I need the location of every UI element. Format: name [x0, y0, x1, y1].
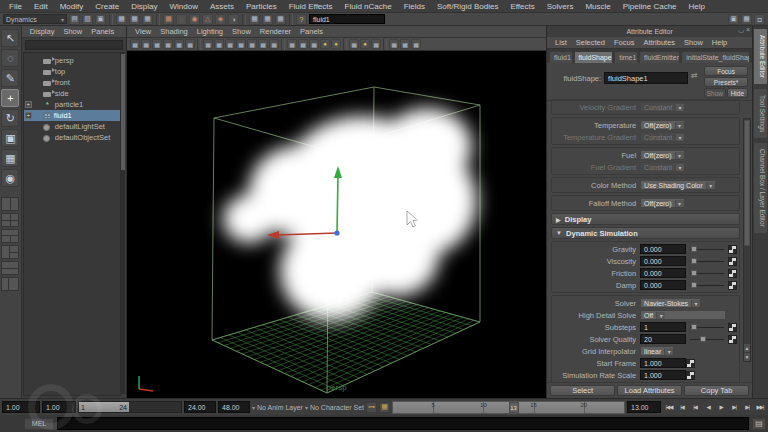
highlight-selection-icon[interactable]: ?	[296, 14, 307, 25]
dropdown-solver[interactable]: Navier-Stokes▾	[640, 298, 701, 308]
shaded-mode-icon[interactable]: ▦	[298, 39, 308, 49]
menu-help[interactable]: Help	[684, 1, 710, 12]
menu-modify[interactable]: Modify	[55, 1, 89, 12]
rotate-tool[interactable]: ↻	[1, 109, 19, 127]
value-field-friction[interactable]: 0.000	[640, 268, 686, 278]
slider-solver-quality[interactable]	[690, 334, 724, 344]
textured-mode-icon[interactable]: ▦	[309, 39, 319, 49]
range-slider[interactable]: 124	[78, 401, 182, 413]
current-time-field[interactable]: 13.00	[627, 401, 661, 413]
outliner-item-front[interactable]: front	[24, 77, 120, 88]
outliner-menu-display[interactable]: Display	[26, 26, 59, 37]
menu-particles[interactable]: Particles	[241, 1, 282, 12]
expand-icon[interactable]: +	[25, 112, 32, 119]
select-tool[interactable]: ↖	[1, 29, 19, 47]
symmetry-icon[interactable]: ◑	[228, 14, 239, 25]
motion-blur-icon[interactable]: ●	[360, 39, 370, 49]
slider-handle[interactable]	[691, 246, 697, 252]
selection-mode-object-icon[interactable]: ▦	[129, 14, 140, 25]
three-pane-split-top-layout[interactable]	[1, 229, 19, 243]
texture-map-icon[interactable]	[686, 371, 695, 380]
viewport-menu-panels[interactable]: Panels	[296, 26, 327, 37]
save-scene-icon[interactable]: ▣	[95, 14, 106, 25]
snap-to-plane-icon[interactable]: △	[202, 14, 213, 25]
xray-mode-icon[interactable]: ▦	[400, 39, 410, 49]
menu-set-selector[interactable]: Dynamics ▾	[3, 14, 67, 24]
play-forwards-button[interactable]: ▶	[715, 401, 727, 413]
isolate-select-icon[interactable]: ▦	[389, 39, 399, 49]
node-name-field[interactable]	[604, 72, 688, 84]
menu-display[interactable]: Display	[126, 1, 162, 12]
ae-menu-attributes[interactable]: Attributes	[639, 37, 679, 48]
outliner-scrollbar[interactable]	[121, 52, 125, 394]
safe-title-icon[interactable]: ▦	[269, 39, 279, 49]
scroll-down-icon[interactable]: ▼	[744, 353, 750, 361]
attribute-editor-scrollbar[interactable]: ▲ ▼	[743, 118, 751, 362]
menu-solvers[interactable]: Solvers	[542, 1, 579, 12]
outliner-scrollbar-thumb[interactable]	[121, 54, 125, 170]
side-tab-tool-settings[interactable]: Tool Settings	[753, 88, 768, 139]
ae-menu-list[interactable]: List	[551, 37, 571, 48]
outputs-from-selected-icon[interactable]: ▦	[262, 14, 273, 25]
animation-end-field[interactable]: 48.00	[218, 401, 250, 413]
presets-button[interactable]: Presets*	[704, 77, 748, 87]
menu-fields[interactable]: Fields	[399, 1, 430, 12]
value-field-viscosity[interactable]: 0.000	[640, 256, 686, 266]
play-backwards-button[interactable]: ◀	[702, 401, 714, 413]
outliner-item-fluid1[interactable]: +fluid1	[24, 110, 120, 121]
new-scene-icon[interactable]: ▤	[69, 14, 80, 25]
ae-menu-selected[interactable]: Selected	[572, 37, 609, 48]
single-pane-layout[interactable]	[1, 197, 19, 211]
outliner-item-defaultlightset[interactable]: defaultLightSet	[24, 121, 120, 132]
menu-assets[interactable]: Assets	[205, 1, 239, 12]
attribute-editor-titlebar[interactable]: Attribute Editor ◡ ×	[547, 26, 752, 37]
focus-button[interactable]: Focus	[704, 66, 748, 76]
outliner-item-side[interactable]: side	[24, 88, 120, 99]
lasso-select-tool[interactable]: ◌	[1, 49, 19, 67]
multisample-aa-icon[interactable]: ▦	[371, 39, 381, 49]
shadows-toggle-icon[interactable]: ●	[331, 39, 341, 49]
resolution-gate-icon[interactable]: ▦	[225, 39, 235, 49]
snap-to-curve-icon[interactable]: ◌	[176, 14, 187, 25]
select-camera-icon[interactable]: ▦	[130, 39, 140, 49]
outliner-item-particle1[interactable]: +*particle1	[24, 99, 120, 110]
screen-space-ao-icon[interactable]: ▦	[349, 39, 359, 49]
dropdown-color-method[interactable]: Use Shading Color▾	[640, 180, 716, 190]
grid-toggle-icon[interactable]: ▦	[203, 39, 213, 49]
texture-map-icon[interactable]	[728, 257, 737, 266]
viewport-menu-view[interactable]: View	[131, 26, 155, 37]
animation-preferences-icon[interactable]: ▦	[379, 402, 390, 413]
dropdown-fuel[interactable]: Off(zero)▾	[640, 150, 685, 160]
open-scene-icon[interactable]: ▧	[82, 14, 93, 25]
menu-soft-rigid-bodies[interactable]: Soft/Rigid Bodies	[432, 1, 503, 12]
outliner-persp-layout[interactable]	[1, 277, 19, 291]
dropdown-grid-interpolator[interactable]: linear▾	[640, 346, 674, 356]
texture-map-icon[interactable]	[728, 323, 737, 332]
slider-handle[interactable]	[691, 258, 697, 264]
anim-layer-selector[interactable]: No Anim Layer	[257, 404, 303, 411]
go-to-start-button[interactable]: |◀◀	[663, 401, 675, 413]
value-field-solver-quality[interactable]: 20	[640, 334, 686, 344]
outliner-menu-panels[interactable]: Panels	[87, 26, 118, 37]
plugin-shapes-icon[interactable]: ▦	[411, 39, 421, 49]
slider-friction[interactable]	[690, 268, 724, 278]
menu-window[interactable]: Window	[165, 1, 203, 12]
menu-create[interactable]: Create	[90, 1, 124, 12]
section-display[interactable]: ▶Display	[551, 213, 740, 225]
playback-end-field[interactable]: 24.00	[184, 401, 216, 413]
selection-mode-hierarchy-icon[interactable]: ▦	[116, 14, 127, 25]
scrollbar-thumb[interactable]	[744, 120, 750, 246]
viewport-canvas[interactable]: persp	[127, 51, 546, 398]
ae-menu-focus[interactable]: Focus	[610, 37, 638, 48]
outliner-item-top[interactable]: top	[24, 66, 120, 77]
load-attributes-button[interactable]: Load Attributes	[617, 385, 682, 396]
outliner-item-defaultobjectset[interactable]: defaultObjectSet	[24, 132, 120, 143]
tab-time1[interactable]: time1	[614, 51, 638, 63]
camera-attributes-icon[interactable]: ▦	[152, 39, 162, 49]
quick-rename-field[interactable]: fluid1	[309, 14, 385, 24]
scale-tool[interactable]: ▣	[1, 129, 19, 147]
snap-to-point-icon[interactable]: ◉	[189, 14, 200, 25]
paint-select-tool[interactable]: ✎	[1, 69, 19, 87]
step-forward-one-key-button[interactable]: ▶|	[741, 401, 753, 413]
slider-handle[interactable]	[691, 270, 697, 276]
